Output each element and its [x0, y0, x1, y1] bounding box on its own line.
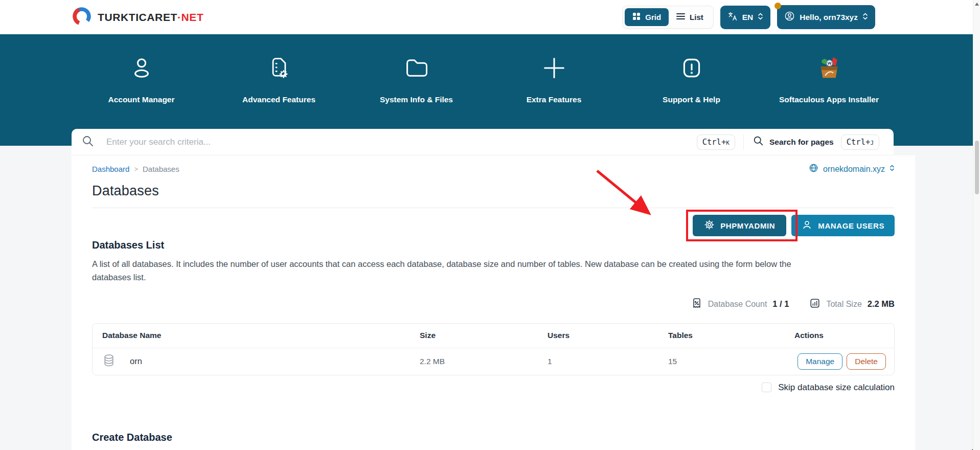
receipt-percent-icon [691, 298, 702, 311]
scroll-up-arrow-icon[interactable] [975, 3, 979, 6]
nav-item-system-info-files[interactable]: System Info & Files [348, 52, 485, 104]
search-input[interactable] [106, 137, 697, 147]
database-count-stat: Database Count 1 / 1 [691, 298, 789, 311]
brand-name: TURKTICARET·NET [98, 11, 203, 24]
database-icon [102, 353, 116, 370]
phpmyadmin-button[interactable]: PHPMYADMIN [693, 215, 786, 236]
section-description: A list of all databases. It includes the… [92, 257, 808, 284]
section-heading: Databases List [92, 239, 895, 251]
database-name: orn [130, 356, 142, 366]
list-icon [676, 13, 685, 21]
table-row: orn 2.2 MB 1 15 Manage Delete [93, 348, 894, 375]
scrollbar[interactable] [973, 0, 980, 450]
column-header-size: Size [420, 331, 548, 340]
grid-view-button[interactable]: Grid [625, 8, 669, 26]
alert-square-icon [679, 52, 704, 84]
softaculous-toolbox-icon [815, 52, 843, 84]
table-header-row: Database Name Size Users Tables Actions [93, 324, 894, 348]
user-icon [128, 52, 155, 84]
nav-item-extra-features[interactable]: Extra Features [485, 52, 623, 104]
database-stats: Database Count 1 / 1 Total Size 2.2 MB [92, 298, 895, 311]
bar-chart-icon [809, 298, 821, 311]
gear-icon [704, 219, 715, 232]
scrollbar-thumb[interactable] [975, 141, 979, 194]
total-size-stat: Total Size 2.2 MB [809, 298, 895, 311]
view-toggle: Grid List [622, 6, 714, 29]
document-gear-icon [266, 52, 292, 84]
folder-icon [403, 52, 430, 84]
column-header-tables: Tables [668, 331, 794, 340]
breadcrumb-current: Databases [143, 165, 179, 173]
database-size: 2.2 MB [420, 357, 548, 366]
notification-dot [774, 3, 781, 9]
nav-item-support-help[interactable]: Support & Help [623, 52, 760, 104]
globe-icon [809, 163, 818, 175]
search-icon [753, 136, 764, 148]
shortcut-badge-ctrl-j: Ctrl+J [841, 134, 879, 150]
plus-icon [541, 52, 567, 84]
manage-users-button[interactable]: MANAGE USERS [791, 215, 895, 236]
skip-size-label: Skip database size calculation [778, 382, 895, 393]
divider [743, 134, 744, 150]
brand-logo[interactable]: TURKTICARET·NET [72, 6, 203, 29]
nav-item-advanced-features[interactable]: Advanced Features [210, 52, 348, 104]
nav-item-account-manager[interactable]: Account Manager [73, 52, 210, 104]
databases-table: Database Name Size Users Tables Actions … [92, 323, 895, 375]
nav-item-softaculous[interactable]: Softaculous Apps Installer [760, 52, 898, 104]
search-bar: Ctrl+K Search for pages Ctrl+J [72, 129, 894, 155]
search-for-pages-button[interactable]: Search for pages [753, 136, 834, 148]
user-menu[interactable]: Hello, orn73xyz [777, 5, 875, 29]
column-header-name: Database Name [93, 331, 420, 340]
page-actions: PHPMYADMIN MANAGE USERS [92, 215, 895, 236]
chevron-up-down-icon [890, 164, 895, 174]
list-view-button[interactable]: List [669, 9, 711, 26]
database-users: 1 [548, 357, 668, 366]
person-icon [802, 219, 812, 232]
translate-icon [727, 11, 738, 24]
brand-logo-icon [72, 6, 92, 29]
language-selector[interactable]: EN [720, 6, 771, 29]
main-content: Dashboard > Databases ornekdomain.xyz Da… [72, 155, 915, 450]
search-icon [82, 135, 94, 149]
page-title: Databases [92, 183, 895, 199]
chevron-up-down-icon [862, 12, 868, 22]
create-database-heading: Create Database [92, 432, 895, 443]
database-tables: 15 [668, 357, 794, 366]
breadcrumb-dashboard[interactable]: Dashboard [92, 165, 129, 173]
skip-size-checkbox[interactable] [762, 382, 771, 392]
shortcut-badge-ctrl-k: Ctrl+K [697, 134, 735, 150]
column-header-users: Users [548, 331, 668, 340]
top-header: TURKTICARET·NET Grid List [0, 0, 980, 34]
user-circle-icon [784, 11, 795, 24]
manage-button[interactable]: Manage [797, 353, 842, 370]
chevron-up-down-icon [758, 12, 763, 22]
breadcrumb: Dashboard > Databases [92, 165, 179, 173]
breadcrumb-separator: > [134, 165, 138, 173]
delete-button[interactable]: Delete [847, 353, 886, 370]
grid-icon [632, 12, 641, 22]
divider [92, 208, 895, 208]
domain-selector[interactable]: ornekdomain.xyz [809, 163, 895, 175]
skip-size-row: Skip database size calculation [92, 382, 895, 393]
column-header-actions: Actions [794, 331, 894, 340]
